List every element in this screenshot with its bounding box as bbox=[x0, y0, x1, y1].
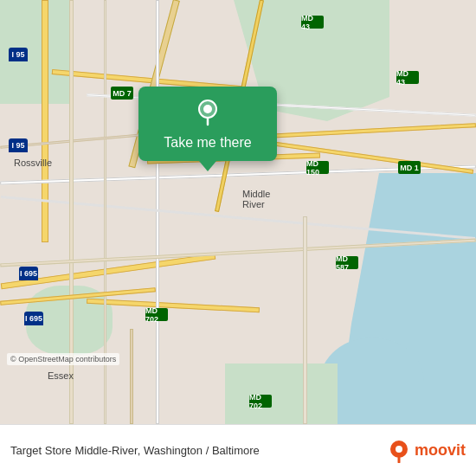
shield-i95-top: I 95 bbox=[9, 48, 28, 61]
shield-md43-1: MD 43 bbox=[301, 16, 324, 29]
copyright-text: © OpenStreetMap contributors bbox=[7, 353, 119, 365]
road-extra-v4 bbox=[303, 216, 307, 424]
map-popup[interactable]: Take me there bbox=[138, 87, 277, 171]
svg-point-1 bbox=[203, 105, 212, 113]
green-area-bottom-center bbox=[225, 363, 338, 424]
footer-title: Target Store Middle-River, Washington / … bbox=[10, 444, 378, 457]
moovit-logo: moovit bbox=[387, 439, 466, 463]
svg-point-3 bbox=[396, 446, 402, 453]
footer-bar: Target Store Middle-River, Washington / … bbox=[0, 424, 476, 476]
shield-md150-2: MD 1 bbox=[398, 161, 421, 174]
shield-md7-1: MD 7 bbox=[111, 87, 133, 100]
moovit-pin-icon bbox=[387, 439, 411, 463]
take-me-there-button[interactable]: Take me there bbox=[164, 135, 251, 151]
shield-i695-1: I 695 bbox=[19, 267, 38, 280]
shield-i95-mid: I 95 bbox=[9, 138, 28, 152]
moovit-brand-text: moovit bbox=[415, 441, 466, 460]
shield-i695-2: I 695 bbox=[24, 312, 43, 325]
road-extra-v3 bbox=[130, 329, 133, 424]
road-i95-vertical bbox=[42, 0, 48, 242]
shield-md702-1: MD 702 bbox=[145, 308, 168, 321]
shield-md702-2: MD 702 bbox=[249, 395, 272, 408]
shield-md150-1: MD 150 bbox=[306, 161, 329, 174]
map-container: I 95 I 95 MD 7 MD 700 MD 43 MD 43 MD 150… bbox=[0, 0, 476, 424]
popup-tail bbox=[199, 161, 216, 171]
shield-md587: MD 587 bbox=[336, 256, 358, 269]
popup-box[interactable]: Take me there bbox=[138, 87, 277, 161]
location-pin-icon bbox=[192, 97, 223, 128]
shield-md43-2: MD 43 bbox=[396, 71, 419, 84]
